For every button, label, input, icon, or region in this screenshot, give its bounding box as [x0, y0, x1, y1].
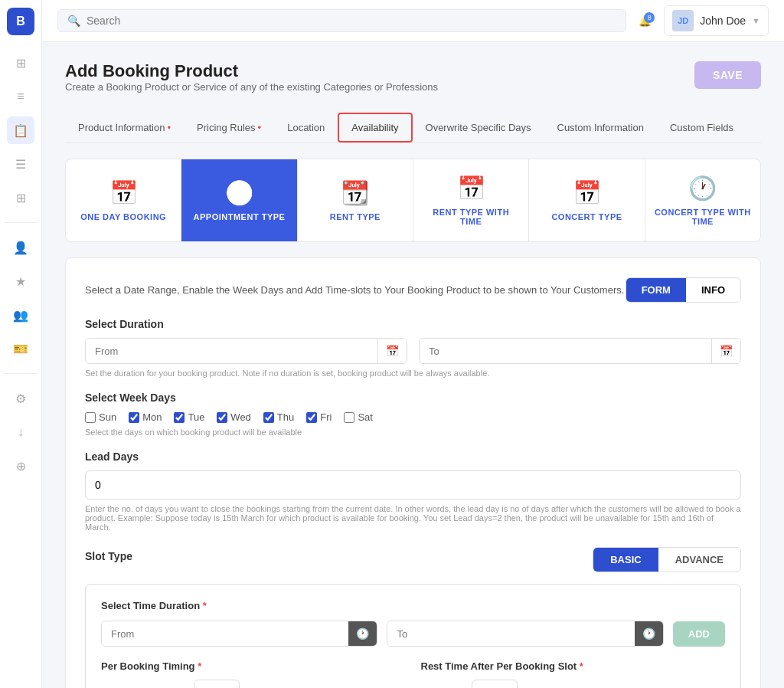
- plus-circle-icon[interactable]: ⊕: [7, 452, 34, 480]
- mon-label: Mon: [142, 411, 162, 423]
- one-day-booking-label: ONE DAY BOOKING: [80, 212, 166, 221]
- notification-badge: 8: [644, 12, 655, 23]
- from-calendar-icon[interactable]: 📅: [377, 339, 407, 363]
- one-day-booking-icon: 📅: [109, 179, 138, 206]
- tab-availability[interactable]: Availability: [338, 113, 412, 143]
- wed-checkbox[interactable]: [217, 412, 227, 423]
- week-days-section: Select Week Days Sun Mon Tue: [85, 392, 741, 437]
- rest-time-group: Rest Time After Per Booking Slot * Rest …: [421, 660, 726, 688]
- sidebar: B ⊞ ≡ 📋 ☰ ⊞ 👤 ★ 👥 🎫 ⚙ ↓ ⊕: [0, 0, 42, 688]
- rest-time-value-input[interactable]: [472, 680, 518, 688]
- tab-custom-fields[interactable]: Custom Fields: [657, 113, 746, 142]
- tue-label: Tue: [188, 411, 204, 423]
- per-booking-inputs: Per Booking Timing Minutes: [101, 680, 406, 688]
- form-info-tabs: FORM INFO: [626, 277, 741, 303]
- time-to-clock-icon[interactable]: 🕐: [635, 621, 663, 646]
- booking-type-rent-time[interactable]: 📅 RENT TYPE WITH TIME: [413, 159, 529, 241]
- tab-custom-information[interactable]: Custom Information: [544, 113, 657, 142]
- booking-type-concert-time[interactable]: 🕐 CONCERT TYPE WITH TIME: [645, 159, 760, 241]
- time-from-input[interactable]: 🕐: [101, 621, 377, 647]
- day-sat[interactable]: Sat: [344, 411, 373, 423]
- lead-days-input[interactable]: [85, 470, 741, 500]
- time-from-field[interactable]: [102, 622, 348, 646]
- per-booking-value-input[interactable]: [194, 680, 240, 688]
- gear-icon[interactable]: ⚙: [7, 385, 34, 412]
- booking-type-one-day[interactable]: 📅 ONE DAY BOOKING: [66, 159, 181, 241]
- grid-icon[interactable]: ⊞: [7, 49, 34, 77]
- time-from-clock-icon[interactable]: 🕐: [348, 621, 377, 646]
- to-date-field[interactable]: [420, 339, 711, 363]
- search-bar[interactable]: 🔍: [57, 9, 626, 32]
- chevron-down-icon: ▼: [752, 16, 760, 25]
- time-to-input[interactable]: 🕐: [387, 621, 663, 647]
- time-row: 🕐 🕐 ADD: [101, 621, 725, 647]
- wed-label: Wed: [230, 411, 251, 423]
- chart-icon[interactable]: ≡: [7, 83, 34, 110]
- lead-days-section: Lead Days Enter the no. of days you want…: [85, 450, 741, 532]
- day-sun[interactable]: Sun: [85, 411, 116, 423]
- from-date-field[interactable]: [86, 339, 377, 363]
- booking-type-concert[interactable]: 📅 CONCERT TYPE: [529, 159, 645, 241]
- from-date-input[interactable]: 📅: [85, 338, 407, 364]
- thu-checkbox[interactable]: [263, 412, 274, 423]
- rest-time-inputs: Rest Time Minutes: [421, 680, 726, 688]
- mon-checkbox[interactable]: [129, 412, 139, 423]
- time-slot-card: Select Time Duration * 🕐 🕐 ADD: [85, 584, 741, 688]
- day-thu[interactable]: Thu: [263, 411, 294, 423]
- tab-pricing-rules[interactable]: Pricing Rules•: [184, 113, 274, 142]
- user-menu[interactable]: JD John Doe ▼: [664, 5, 769, 36]
- fri-checkbox[interactable]: [306, 412, 317, 423]
- download-icon[interactable]: ↓: [7, 418, 34, 446]
- concert-type-icon: 📅: [573, 179, 601, 206]
- main-content: Add Booking Product Create a Booking Pro…: [42, 42, 784, 688]
- appointment-type-label: APPOINTMENT TYPE: [194, 212, 286, 221]
- info-tab-button[interactable]: INFO: [686, 278, 740, 302]
- page-subtitle: Create a Booking Product or Service of a…: [65, 81, 438, 93]
- tab-location[interactable]: Location: [274, 113, 338, 142]
- booking-type-rent[interactable]: 📆 RENT TYPE: [298, 159, 413, 241]
- time-to-field[interactable]: [387, 622, 634, 646]
- notification-button[interactable]: 🔔 8: [635, 12, 655, 30]
- form-tab-button[interactable]: FORM: [626, 278, 686, 302]
- tue-checkbox[interactable]: [174, 412, 185, 423]
- week-days-hint: Select the days on which booking product…: [85, 428, 741, 437]
- day-wed[interactable]: Wed: [217, 411, 251, 423]
- people-icon[interactable]: 👥: [7, 301, 34, 329]
- add-time-slot-button[interactable]: ADD: [673, 621, 725, 647]
- booking-type-appointment[interactable]: 🕐 APPOINTMENT TYPE: [181, 159, 297, 241]
- tab-overwrite-specific-days[interactable]: Overwrite Specific Days: [413, 113, 544, 142]
- form-card-description: Select a Date Range, Enable the Week Day…: [85, 284, 626, 296]
- search-input[interactable]: [87, 15, 616, 27]
- duration-row: 📅 📅: [85, 338, 741, 364]
- avatar: JD: [672, 10, 694, 31]
- to-calendar-icon[interactable]: 📅: [711, 339, 740, 363]
- person-icon[interactable]: 👤: [7, 234, 34, 261]
- rent-type-icon: 📆: [341, 179, 369, 206]
- tab-product-information[interactable]: Product Information•: [65, 113, 184, 142]
- topbar: 🔍 🔔 8 JD John Doe ▼: [42, 0, 784, 42]
- form-card: Select a Date Range, Enable the Week Day…: [65, 257, 761, 688]
- duration-hint: Set the duration for your booking produc…: [85, 369, 741, 378]
- time-duration-title: Select Time Duration *: [101, 600, 725, 611]
- badge-icon[interactable]: 🎫: [7, 335, 34, 362]
- sat-checkbox[interactable]: [344, 412, 354, 423]
- list-icon[interactable]: ☰: [7, 150, 34, 178]
- sun-checkbox[interactable]: [85, 412, 96, 423]
- rent-type-time-icon: 📅: [457, 175, 485, 201]
- day-tue[interactable]: Tue: [174, 411, 204, 423]
- day-fri[interactable]: Fri: [306, 411, 332, 423]
- day-mon[interactable]: Mon: [129, 411, 162, 423]
- select-duration-title: Select Duration: [85, 318, 741, 330]
- booking-icon[interactable]: 📋: [7, 116, 34, 144]
- slot-advance-button[interactable]: ADVANCE: [658, 548, 740, 572]
- slot-basic-button[interactable]: BASIC: [593, 548, 658, 572]
- save-button[interactable]: SAVE: [694, 61, 761, 89]
- star-icon[interactable]: ★: [7, 267, 34, 295]
- search-icon: 🔍: [67, 15, 80, 27]
- main-tabs: Product Information• Pricing Rules• Loca…: [65, 113, 761, 143]
- table-icon[interactable]: ⊞: [7, 184, 34, 211]
- to-date-input[interactable]: 📅: [419, 338, 741, 364]
- app-logo: B: [7, 8, 34, 35]
- sun-label: Sun: [99, 411, 116, 423]
- concert-type-time-label: CONCERT TYPE WITH TIME: [653, 208, 753, 226]
